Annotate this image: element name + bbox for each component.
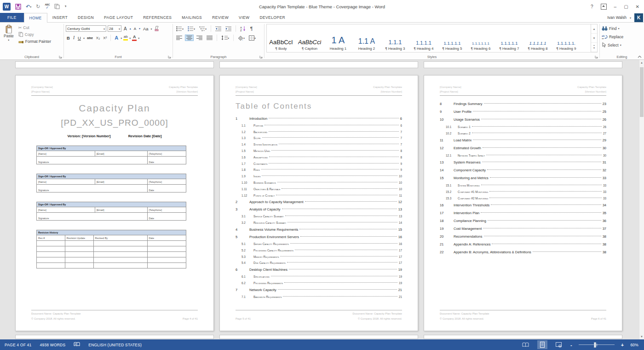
change-case-button[interactable]: Aa▾ xyxy=(142,26,152,31)
user-menu-caret-icon[interactable]: ▾ xyxy=(630,16,631,19)
toc-entry-1-9[interactable]: 1.9Issues10 xyxy=(236,173,402,180)
italic-button[interactable]: I xyxy=(72,35,75,40)
toc-entry-15-2[interactable]: 15.2Component #1 Monitoring33 xyxy=(440,188,606,195)
print-layout-button[interactable] xyxy=(537,340,547,349)
clear-formatting-icon[interactable] xyxy=(154,26,160,31)
redo-button[interactable]: ↻ xyxy=(36,4,40,10)
revision-empty-cell[interactable] xyxy=(65,257,93,263)
toc-entry-7-1[interactable]: 7.1Bandwidth Requirements21 xyxy=(236,293,402,300)
page-toc-1[interactable]: [Company Name][Project Name] Capacity Pl… xyxy=(219,75,418,331)
page-indicator[interactable]: PAGE 4 OF 41 xyxy=(5,343,31,347)
toc-entry-14[interactable]: 14Component Capacity32 xyxy=(440,166,606,174)
collapse-ribbon-icon[interactable] xyxy=(638,55,642,58)
toc-entry-5[interactable]: 5Production Environment Servers16 xyxy=(236,233,402,241)
revision-empty-cell[interactable] xyxy=(147,257,186,263)
toc-entry-1-12[interactable]: 1.12Points of Contact11 xyxy=(236,192,402,198)
toc-entry-3-2[interactable]: 3.2Resource Capacity Summary14 xyxy=(236,220,402,226)
toc-entry-6-1[interactable]: 6.1Specifications19 xyxy=(236,274,402,280)
select-button[interactable]: Select▾ xyxy=(602,41,642,48)
font-dialog-launcher-icon[interactable] xyxy=(168,55,171,58)
signature-cell[interactable]: Signature xyxy=(37,213,148,221)
revision-empty-cell[interactable] xyxy=(93,252,147,257)
maximize-button[interactable]: ▢ xyxy=(624,4,628,9)
revision-empty-cell[interactable] xyxy=(147,263,186,268)
revision-empty-cell[interactable] xyxy=(65,246,93,252)
toc-entry-10-1[interactable]: 10.1Scenario 126 xyxy=(440,123,606,130)
spelling-grammar-icon[interactable]: ABC✓ xyxy=(45,4,50,10)
close-button[interactable]: ✕ xyxy=(636,4,639,9)
toc-entry-15[interactable]: 15Monitoring and Metrics33 xyxy=(440,174,606,182)
toc-entry-1[interactable]: 1Introduction6 xyxy=(236,115,402,122)
revision-empty-cell[interactable] xyxy=(147,246,186,252)
align-left-button[interactable] xyxy=(175,35,184,41)
sort-button[interactable]: AZ xyxy=(239,25,247,32)
toc-entry-5-1[interactable]: 5.1Server Capacity Requirements16 xyxy=(236,241,402,247)
styles-scroll-down-icon[interactable]: ▼ xyxy=(591,34,597,43)
revision-empty-cell[interactable] xyxy=(37,263,65,268)
date-cell[interactable]: Date xyxy=(147,213,186,221)
signature-cell[interactable]: Signature xyxy=(37,185,148,192)
toc-entry-20[interactable]: 20Recommendations38 xyxy=(440,233,606,240)
revision-header-cell[interactable]: Revision History xyxy=(37,230,186,235)
styles-dialog-launcher-icon[interactable] xyxy=(595,55,598,58)
subscript-button[interactable]: X₂ xyxy=(95,36,101,40)
paste-options-icon[interactable] xyxy=(54,4,60,9)
undo-button[interactable]: ↶▾ xyxy=(26,4,31,10)
signoff-header-cell[interactable]: Sign-Off / Approved By xyxy=(37,146,186,151)
toc-entry-1-1[interactable]: 1.1Purpose6 xyxy=(236,122,402,128)
tab-design[interactable]: DESIGN xyxy=(73,13,99,22)
signoff-cell[interactable]: [Name] xyxy=(37,207,95,213)
toc-entry-12-1[interactable]: 12.1Network Traffic Impact30 xyxy=(440,152,606,158)
show-hide-marks-button[interactable]: ¶ xyxy=(249,25,254,32)
tab-view[interactable]: VIEW xyxy=(234,13,254,22)
borders-button[interactable]: ▾ xyxy=(247,35,257,41)
signoff-cell[interactable]: [Telephone] xyxy=(147,207,186,213)
toc-entry-3[interactable]: 3Analysis of Capacity13 xyxy=(236,206,402,213)
revision-empty-cell[interactable] xyxy=(93,246,147,252)
style-heading-9[interactable]: 1.1.1.1.1.¶ Heading 9 xyxy=(552,24,581,52)
revision-empty-cell[interactable] xyxy=(37,252,65,257)
page-cover[interactable]: [Company Name][Project Name] Capacity Pl… xyxy=(15,75,214,331)
toc-entry-15-1[interactable]: 15.1System Monitoring33 xyxy=(440,182,606,188)
toc-entry-7[interactable]: 7Network Capacity21 xyxy=(236,286,402,293)
style-heading-2[interactable]: 1.1 AHeading 2 xyxy=(352,24,381,52)
cover-title[interactable]: Capacity Plan xyxy=(16,103,213,114)
signoff-cell[interactable]: [Email] xyxy=(95,179,147,185)
toc-entry-13[interactable]: 13System Reserves31 xyxy=(440,158,606,166)
save-icon[interactable] xyxy=(15,4,21,10)
revision-empty-cell[interactable] xyxy=(37,241,65,246)
shading-button[interactable]: ▾ xyxy=(236,35,246,41)
date-cell[interactable]: Date xyxy=(147,157,186,164)
help-icon[interactable]: ? xyxy=(591,4,593,9)
toc-entry-5-4[interactable]: 5.4Disk Capacity Requirements17 xyxy=(236,260,402,266)
toc-entry-9[interactable]: 9User Profile25 xyxy=(440,108,606,116)
multilevel-list-button[interactable]: ▾ xyxy=(198,25,208,32)
signoff-cell[interactable]: [Telephone] xyxy=(147,179,186,185)
zoom-out-button[interactable]: - xyxy=(570,342,572,348)
line-spacing-button[interactable]: ▾ xyxy=(220,35,230,41)
bullets-button[interactable]: ▾ xyxy=(175,25,185,32)
tab-page-layout[interactable]: PAGE LAYOUT xyxy=(99,13,138,22)
toc-entry-1-4[interactable]: 1.4System Identification7 xyxy=(236,141,402,148)
toc-entry-4[interactable]: 4Business Volume Requirements15 xyxy=(236,226,402,233)
document-canvas[interactable]: [Company Name][Project Name] Capacity Pl… xyxy=(0,60,644,339)
signoff-cell[interactable]: [Name] xyxy=(37,179,95,185)
tab-insert[interactable]: INSERT xyxy=(47,13,73,22)
align-center-button[interactable] xyxy=(185,35,194,41)
zoom-level[interactable]: 60% xyxy=(630,343,638,347)
font-color-button[interactable]: A▾ xyxy=(132,35,139,41)
proofing-errors-icon[interactable] xyxy=(74,342,80,348)
align-right-button[interactable] xyxy=(195,35,204,41)
revision-empty-cell[interactable] xyxy=(93,263,147,268)
toc-entry-12[interactable]: 12Estimated Growth30 xyxy=(440,144,606,152)
style-heading-1[interactable]: 1 AHeading 1 xyxy=(324,24,352,52)
superscript-button[interactable]: X² xyxy=(102,36,108,40)
cover-version[interactable]: Version: [Version Number] xyxy=(67,134,110,138)
revision-empty-cell[interactable] xyxy=(37,246,65,252)
style-body[interactable]: AaBbCcI¶ Body xyxy=(267,24,295,52)
signoff-header-cell[interactable]: Sign-Off / Approved By xyxy=(37,202,186,207)
signoff-cell[interactable]: [Telephone] xyxy=(147,151,186,157)
scrollbar-thumb[interactable] xyxy=(640,67,644,117)
zoom-slider-thumb[interactable] xyxy=(594,342,596,348)
toc-entry-17[interactable]: 17Intervention Plan35 xyxy=(440,209,606,217)
